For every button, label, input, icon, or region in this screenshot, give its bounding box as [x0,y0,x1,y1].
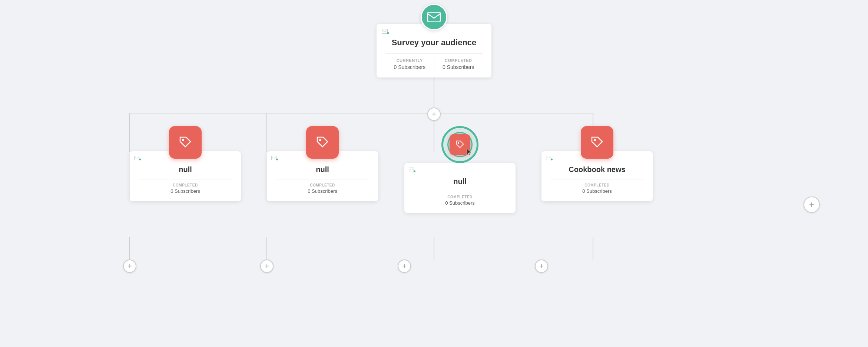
bottom-node-2: null COMPLETED 0 Subscribers [267,126,378,201]
top-node: Survey your audience CURRENTLY 0 Subscri… [377,4,491,77]
plus-button-3[interactable]: + [398,260,411,273]
bottom-card-2-stats: COMPLETED 0 Subscribers [276,179,369,194]
bottom-stat-1: COMPLETED 0 Subscribers [139,183,232,194]
svg-rect-25 [546,156,551,160]
plus-button-4[interactable]: + [535,260,548,273]
bottom-card-3-title: null [413,177,507,186]
stat-completed-label: COMPLETED [437,58,480,63]
center-plus-button[interactable]: + [427,108,441,121]
cursor-ring [441,126,478,163]
bottom-node-4: Cookbook news COMPLETED 0 Subscribers [541,126,653,201]
card-small-icon-1 [134,156,141,162]
bottom-node-1: null COMPLETED 0 Subscribers [130,126,241,201]
bottom-card-4: Cookbook news COMPLETED 0 Subscribers [541,151,653,201]
bottom-stat-1-value: 0 Subscribers [139,188,232,194]
top-node-title: Survey your audience [385,38,483,47]
svg-point-18 [319,139,321,141]
top-node-stats: CURRENTLY 0 Subscribers COMPLETED 0 Subs… [385,53,483,70]
top-node-card: Survey your audience CURRENTLY 0 Subscri… [377,24,491,77]
bottom-stat-2-label: COMPLETED [276,183,369,187]
bottom-card-4-stats: COMPLETED 0 Subscribers [550,179,644,194]
add-node-right-button[interactable]: + [804,196,820,213]
bottom-stat-1-label: COMPLETED [139,183,232,187]
bottom-card-2: null COMPLETED 0 Subscribers [267,151,378,201]
stat-currently: CURRENTLY 0 Subscribers [385,58,434,70]
bottom-stat-3-value: 0 Subscribers [413,200,507,206]
card-small-icon-2 [271,156,278,162]
svg-rect-22 [409,168,414,172]
svg-point-15 [182,139,184,141]
svg-rect-12 [428,12,440,22]
tag-icon-2[interactable] [306,126,339,159]
card-small-icon-4 [546,156,553,162]
bottom-stat-4: COMPLETED 0 Subscribers [550,183,644,194]
plus-button-2[interactable]: + [260,260,274,273]
card-small-icon [382,29,389,37]
stat-completed-value: 0 Subscribers [437,64,480,70]
bottom-stat-2-value: 0 Subscribers [276,188,369,194]
cursor-overlay [441,126,478,163]
svg-rect-16 [135,156,139,160]
svg-point-20 [276,159,278,161]
stat-completed: COMPLETED 0 Subscribers [434,58,483,70]
bottom-stat-3-label: COMPLETED [413,195,507,199]
card-small-icon-3 [409,168,415,174]
svg-rect-19 [272,156,276,160]
bottom-card-1-stats: COMPLETED 0 Subscribers [139,179,232,194]
bottom-node-3: null COMPLETED 0 Subscribers [404,126,516,213]
stat-currently-value: 0 Subscribers [388,64,431,70]
bottom-stat-4-label: COMPLETED [550,183,644,187]
tag-icon-4[interactable] [581,126,613,159]
bottom-card-1-title: null [139,165,232,174]
bottom-card-1: null COMPLETED 0 Subscribers [130,151,241,201]
workflow-canvas: Survey your audience CURRENTLY 0 Subscri… [0,0,868,347]
cursor-pointer [466,148,474,158]
svg-point-24 [594,139,596,141]
bottom-card-4-title: Cookbook news [550,165,644,174]
top-node-icon[interactable] [421,4,447,30]
svg-point-26 [551,159,553,161]
svg-rect-13 [382,29,388,34]
plus-button-1[interactable]: + [123,260,136,273]
bottom-card-3-stats: COMPLETED 0 Subscribers [413,191,507,206]
svg-point-23 [414,171,415,172]
bottom-card-2-title: null [276,165,369,174]
bottom-card-3: null COMPLETED 0 Subscribers [404,163,516,213]
bottom-stat-3: COMPLETED 0 Subscribers [413,195,507,206]
svg-point-17 [139,159,141,161]
stat-currently-label: CURRENTLY [388,58,431,63]
bottom-stat-4-value: 0 Subscribers [550,188,644,194]
bottom-stat-2: COMPLETED 0 Subscribers [276,183,369,194]
svg-point-21 [458,142,459,144]
tag-icon-1[interactable] [169,126,202,159]
